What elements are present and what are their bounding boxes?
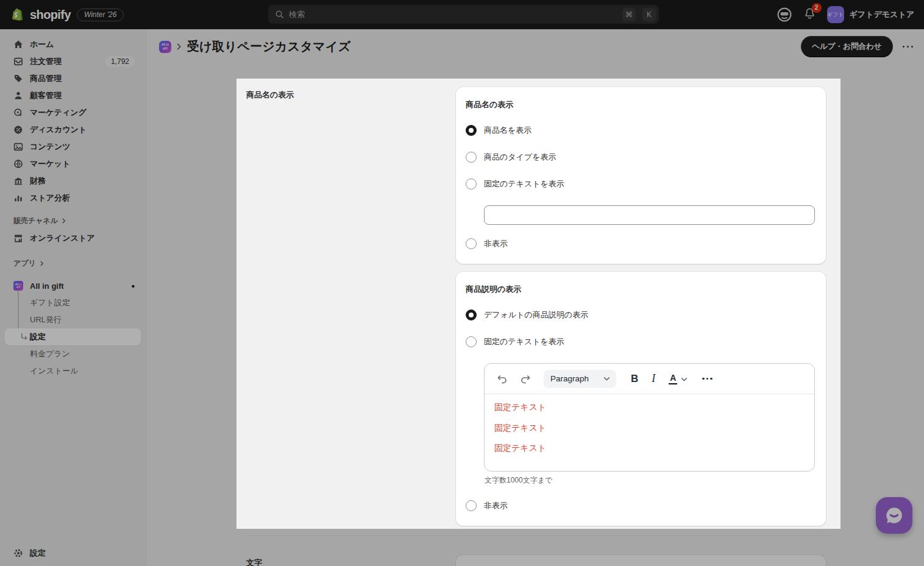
bar-chart-icon <box>13 193 23 203</box>
chat-bubble-icon <box>884 505 904 526</box>
sidebar-item-products[interactable]: 商品管理 <box>5 70 141 87</box>
sidebar: ホーム 注文管理 1,792 商品管理 顧客管理 マーケティング ディスカウント… <box>0 29 146 566</box>
sidebar-item-all-in-gift[interactable]: All ingift All in gift • <box>5 277 141 294</box>
fixed-text-input[interactable] <box>484 205 815 225</box>
radio-selected-icon[interactable] <box>466 310 477 320</box>
radio-selected-icon[interactable] <box>466 125 477 136</box>
rich-text-editor: Paragraph B I A <box>484 363 815 472</box>
sidebar-item-content[interactable]: コンテンツ <box>5 138 141 155</box>
subnav-arrow-icon <box>20 333 28 342</box>
discount-icon <box>13 125 23 135</box>
radio-icon[interactable] <box>466 238 477 249</box>
text-color-chevron-icon[interactable] <box>681 376 688 383</box>
radio-icon[interactable] <box>466 336 477 347</box>
editor-more-button[interactable] <box>702 378 713 380</box>
chevron-right-icon <box>39 261 44 266</box>
character-limit-helper: 文字数1000文字まで <box>485 475 816 486</box>
search-placeholder: 検索 <box>289 9 616 20</box>
tag-icon <box>13 74 23 83</box>
editor-line: 固定テキスト <box>494 444 805 452</box>
card-title: 商品説明の表示 <box>466 284 816 295</box>
editor-line: 固定テキスト <box>494 403 805 411</box>
sidebar-item-home[interactable]: ホーム <box>5 36 141 53</box>
sidebar-item-customers[interactable]: 顧客管理 <box>5 87 141 104</box>
product-description-display-card: 商品説明の表示 デフォルトの商品説明の表示 固定のテキストを表示 <box>456 272 826 526</box>
shopify-logo[interactable]: shopify <box>10 7 71 23</box>
chat-widget-button[interactable] <box>876 497 912 534</box>
bold-button[interactable]: B <box>631 373 638 385</box>
page-title: 受け取りページカスタマイズ <box>187 38 351 55</box>
sidebar-item-discounts[interactable]: ディスカウント <box>5 121 141 138</box>
k-key: K <box>642 8 656 21</box>
sidebar-item-marketing[interactable]: マーケティング <box>5 104 141 121</box>
italic-button[interactable]: I <box>652 372 655 385</box>
apps-header[interactable]: アプリ <box>5 255 141 272</box>
radio-option-show-product-name[interactable]: 商品名を表示 <box>466 125 816 136</box>
main-content: All ingift 受け取りページカスタマイズ ヘルプ・お問合わせ 商品名の表… <box>146 29 924 566</box>
person-icon <box>13 91 23 101</box>
section-label: 文字 <box>236 547 456 566</box>
undo-button[interactable] <box>496 373 508 385</box>
sidebar-subitem-pricing[interactable]: 料金プラン <box>5 345 141 363</box>
paragraph-format-dropdown[interactable]: Paragraph <box>544 370 616 388</box>
redo-button[interactable] <box>519 373 531 385</box>
sidebar-subitem-install[interactable]: インストール <box>5 363 141 380</box>
cmd-key: ⌘ <box>622 8 636 21</box>
sidebar-item-label: オンラインストア <box>30 233 94 244</box>
chevron-right-icon <box>61 218 66 224</box>
sidebar-item-finance[interactable]: 財務 <box>5 172 141 189</box>
sidebar-item-settings-footer[interactable]: 設定 <box>5 545 141 562</box>
notifications-button[interactable]: 2 <box>803 7 817 23</box>
notification-count-badge: 2 <box>812 3 822 13</box>
search-input[interactable]: 検索 ⌘ K <box>268 5 659 24</box>
sidebar-item-label: マーケティング <box>30 107 87 118</box>
sidebar-item-orders[interactable]: 注文管理 1,792 <box>5 53 141 70</box>
sidebar-item-markets[interactable]: マーケット <box>5 155 141 172</box>
globe-icon <box>13 159 23 169</box>
media-icon <box>13 142 23 152</box>
radio-option-fixed-text[interactable]: 固定のテキストを表示 <box>466 336 816 347</box>
store-avatar: ギフト <box>827 6 844 23</box>
sidebar-item-label: マーケット <box>30 158 70 169</box>
radio-option-default-description[interactable]: デフォルトの商品説明の表示 <box>466 310 816 320</box>
more-actions-button[interactable] <box>901 42 915 52</box>
radio-option-hide[interactable]: 非表示 <box>466 238 816 249</box>
editor-toolbar: Paragraph B I A <box>485 364 814 394</box>
radio-icon[interactable] <box>466 152 477 163</box>
sidebar-subitem-gift-settings[interactable]: ギフト設定 <box>5 294 141 311</box>
home-icon <box>13 40 23 49</box>
text-color-button[interactable]: A <box>669 373 677 384</box>
gear-icon <box>13 548 23 558</box>
product-name-display-card: 商品名の表示 商品名を表示 商品のタイプを表示 固定のテキストを表示 <box>456 87 826 264</box>
radio-option-hide-description[interactable]: 非表示 <box>466 500 816 511</box>
radio-icon[interactable] <box>466 500 477 511</box>
all-in-gift-breadcrumb-icon[interactable]: All ingift <box>159 41 171 53</box>
font-card: フォント <box>456 555 826 566</box>
sales-channels-header[interactable]: 販売チャネル <box>5 212 141 229</box>
sidebar-item-label: 注文管理 <box>30 56 62 67</box>
store-menu[interactable]: ギフト ギフトデモストア <box>827 6 914 23</box>
sidebar-item-online-store[interactable]: オンラインストア <box>5 230 141 247</box>
version-badge: Winter '26 <box>77 9 124 21</box>
app-status-dot: • <box>132 281 135 291</box>
sidebar-subitem-settings[interactable]: 設定 <box>5 328 141 345</box>
sidekick-icon[interactable] <box>777 7 792 23</box>
editor-content[interactable]: 固定テキスト 固定テキスト 固定テキスト <box>485 394 814 471</box>
radio-icon[interactable] <box>466 179 477 189</box>
radio-option-show-fixed-text[interactable]: 固定のテキストを表示 <box>466 179 816 189</box>
topbar: shopify Winter '26 検索 ⌘ K 2 ギフト ギフトデモストア <box>0 0 924 29</box>
sidebar-item-label: 設定 <box>30 548 46 559</box>
target-icon <box>13 108 23 118</box>
editor-line: 固定テキスト <box>494 423 805 432</box>
search-icon <box>274 10 284 19</box>
radio-option-show-product-type[interactable]: 商品のタイプを表示 <box>466 152 816 163</box>
help-button[interactable]: ヘルプ・お問合わせ <box>801 36 892 57</box>
orders-icon <box>13 57 23 66</box>
section-label: 商品名の表示 <box>236 79 456 526</box>
shopify-bag-icon <box>10 7 24 23</box>
sidebar-item-analytics[interactable]: ストア分析 <box>5 189 141 207</box>
sidebar-subitem-url[interactable]: URL発行 <box>5 311 141 328</box>
section-divider <box>246 536 831 536</box>
sidebar-item-label: All in gift <box>30 281 64 291</box>
sidebar-item-label: 顧客管理 <box>30 90 62 101</box>
